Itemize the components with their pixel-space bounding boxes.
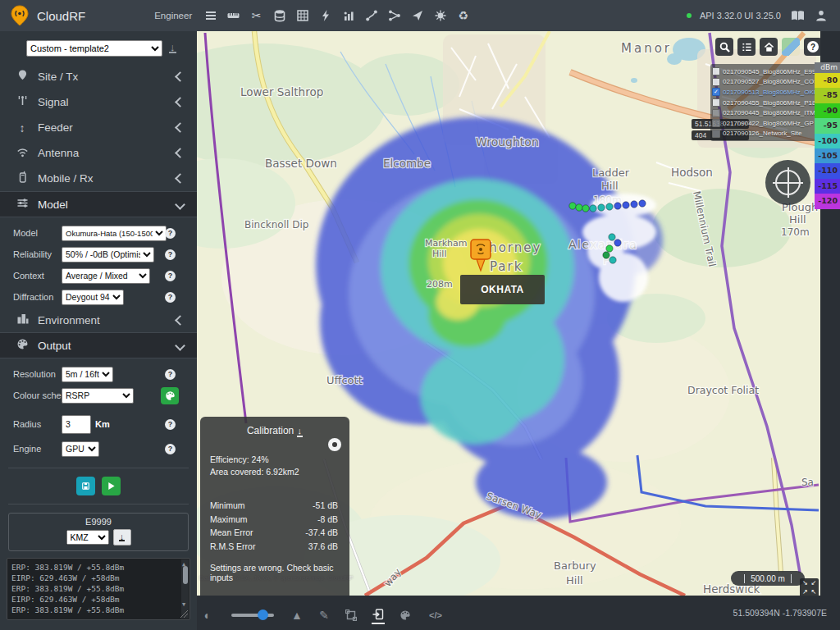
sidebar-item-output[interactable]: Output [0, 332, 197, 358]
calibration-target-button[interactable] [328, 438, 341, 451]
colour-key-button[interactable] [161, 387, 179, 404]
code-icon[interactable]: </> [426, 608, 445, 623]
sidebar-item-site-tx[interactable]: Site / Tx [0, 64, 197, 89]
console-line: ERP: 383.819W / +55.8dBm [11, 583, 178, 594]
wifi-icon [15, 146, 30, 161]
efficiency-text: Efficiency: 24% [210, 454, 349, 464]
user-account-icon[interactable] [814, 8, 829, 23]
divider [8, 504, 189, 504]
lightning-icon[interactable] [318, 9, 332, 23]
send-icon[interactable] [410, 9, 424, 23]
console-resize-grip[interactable] [180, 609, 188, 618]
sidebar-item-antenna[interactable]: Antenna [0, 140, 197, 166]
layer-list-icon[interactable] [737, 38, 756, 56]
stats-icon[interactable] [341, 9, 355, 23]
help-icon[interactable]: ? [165, 419, 176, 430]
radius-input[interactable] [62, 415, 91, 434]
help-button[interactable]: ? [804, 38, 820, 56]
marker-label: OKHATA [460, 275, 545, 304]
template-select[interactable]: Custom - template2 [26, 40, 162, 57]
export-format-select[interactable]: KMZ [66, 530, 109, 545]
engine-field-row: Engine GPU ? [0, 438, 197, 459]
output-console[interactable]: ERP: 383.819W / +55.8dBm EIRP: 629.463W … [7, 558, 190, 620]
help-icon[interactable]: ? [165, 369, 176, 380]
menu-icon[interactable] [203, 9, 217, 23]
sidebar-item-feeder[interactable]: ↕ Feeder [0, 115, 197, 140]
palette-icon[interactable] [399, 608, 412, 623]
calibration-warning: Settings are wrong. Check basic inputs [210, 563, 349, 582]
help-icon[interactable]: ? [165, 228, 176, 239]
palette-icon [15, 338, 30, 354]
help-icon[interactable]: ? [165, 271, 176, 281]
colour-schema-select[interactable]: RSRP [62, 388, 134, 404]
layer-row-selected[interactable]: ✓0217090513_Blog806MHz_OKHATA [712, 87, 817, 98]
context-select[interactable]: Average / Mixed [62, 268, 150, 284]
sidebar-item-signal[interactable]: Signal [0, 89, 197, 115]
docs-book-icon[interactable] [789, 8, 806, 23]
grid-icon[interactable] [295, 9, 309, 23]
svg-text:Hill: Hill [432, 249, 446, 259]
layer-checkbox[interactable]: ✓ [712, 88, 720, 96]
virus-icon[interactable] [433, 9, 447, 23]
engine-select[interactable]: GPU [62, 441, 99, 457]
layer-row[interactable]: 0217090422_Blog806MHz_GP [712, 118, 817, 129]
network-icon[interactable] [387, 9, 401, 23]
scissors-icon[interactable]: ✂ [249, 9, 263, 23]
console-line: EIRP: 629.463W / +58dBm [11, 573, 178, 583]
layer-checkbox[interactable] [712, 109, 720, 117]
resolution-select[interactable]: 5m / 16ft [62, 367, 113, 382]
help-icon[interactable]: ? [165, 292, 176, 303]
crop-region-icon[interactable] [345, 608, 358, 623]
contrast-icon[interactable]: ◐ [201, 608, 214, 623]
compass-control[interactable] [765, 160, 810, 205]
svg-text:Bincknoll Dip: Bincknoll Dip [244, 219, 308, 231]
sidebar-item-model[interactable]: Model [0, 191, 197, 217]
run-simulation-button[interactable] [102, 477, 121, 495]
model-select[interactable]: Okumura-Hata (150-1500MHz) [62, 226, 167, 241]
slider-knob[interactable] [258, 609, 268, 620]
help-icon[interactable]: ? [165, 249, 176, 260]
calibration-download-icon[interactable]: ↓ [297, 426, 304, 437]
search-icon[interactable] [715, 38, 733, 56]
console-line: ERP: 383.819W / +55.8dBm [11, 605, 178, 615]
layer-checkbox[interactable] [712, 119, 720, 127]
database-icon[interactable] [272, 9, 286, 23]
layer-row[interactable]: 0217090527_Blog806MHz_COST231 [712, 77, 817, 88]
layer-checkbox[interactable] [712, 130, 720, 138]
diffraction-select[interactable]: Deygout 94 [62, 290, 124, 305]
svg-text:208m: 208m [427, 279, 453, 290]
version-text: API 3.32.0 UI 3.25.0 [700, 11, 781, 21]
reliability-select[interactable]: 50% / -0dB (Optimistic) [62, 247, 154, 262]
basemap-switcher-icon[interactable] [782, 38, 800, 56]
ruler-icon[interactable] [226, 9, 240, 23]
layer-row[interactable]: 0217090445_Blog806MHz_ITM [712, 107, 817, 118]
svg-text:Manor: Manor [621, 41, 672, 56]
layer-row[interactable]: 0217090545_Blog806MHz_E9999 [712, 66, 817, 77]
opacity-slider[interactable] [231, 609, 274, 621]
template-download-icon[interactable]: ↓ [169, 43, 176, 53]
layer-checkbox[interactable] [712, 67, 720, 75]
warning-triangle-icon[interactable]: ▲ [290, 608, 304, 623]
sidebar-item-mobile-rx[interactable]: Mobile / Rx [0, 166, 197, 191]
mobile-radio-icon [15, 171, 30, 186]
map-pin-icon [15, 69, 30, 84]
save-button[interactable] [76, 477, 95, 495]
layer-row[interactable]: 0217090455_Blog806MHz_P1812 [712, 98, 817, 108]
map[interactable]: Manor Lower Salthrop Wroughton Basset Do… [197, 31, 820, 596]
help-icon[interactable]: ? [165, 444, 176, 454]
sidebar-item-environment[interactable]: Environment [0, 308, 197, 332]
home-icon[interactable] [760, 38, 778, 56]
layer-row[interactable]: 0217090126_Network_Site [712, 129, 817, 139]
layer-checkbox[interactable] [712, 78, 720, 86]
recycle-icon[interactable]: ♻ [456, 9, 470, 23]
fullscreen-toggle-icon[interactable]: ↘↙↗↖ [800, 578, 819, 596]
route-icon[interactable] [364, 9, 378, 23]
legend-entry: -90 [815, 103, 840, 118]
export-download-button[interactable]: ↓ [113, 529, 131, 546]
layer-checkbox[interactable] [712, 98, 720, 107]
diffraction-field-row: Diffraction Deygout 94 ? [0, 286, 197, 308]
draw-pencil-icon[interactable]: ✎ [317, 608, 331, 623]
svg-text:Wroughton: Wroughton [476, 135, 539, 148]
export-document-icon[interactable] [372, 607, 385, 624]
svg-text:Hodson: Hodson [671, 166, 713, 179]
